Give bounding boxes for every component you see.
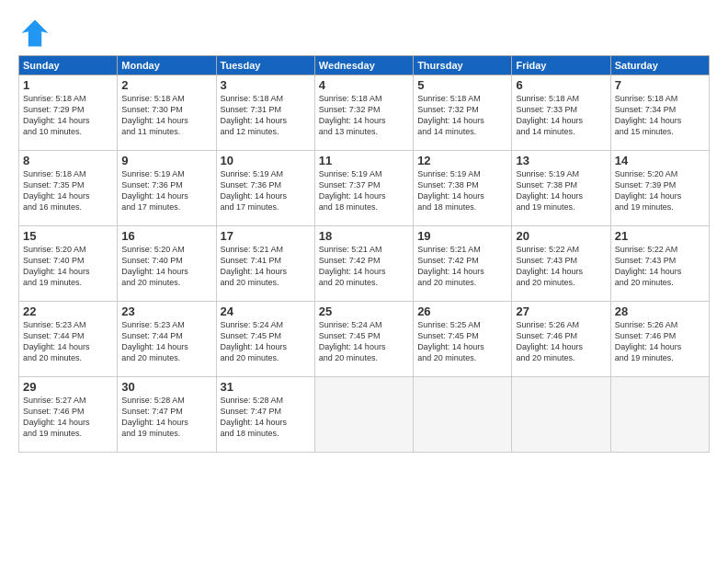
day-info: Sunrise: 5:23 AM Sunset: 7:44 PM Dayligh… (23, 319, 113, 364)
day-number: 29 (23, 380, 113, 394)
day-number: 16 (121, 229, 211, 243)
svg-marker-0 (22, 20, 49, 47)
day-number: 12 (417, 154, 507, 167)
day-cell: 9Sunrise: 5:19 AM Sunset: 7:36 PM Daylig… (118, 151, 216, 226)
day-cell (414, 377, 512, 453)
day-number: 5 (417, 78, 507, 92)
day-number: 18 (319, 229, 409, 243)
day-cell: 21Sunrise: 5:22 AM Sunset: 7:43 PM Dayli… (610, 226, 709, 302)
day-cell: 29Sunrise: 5:27 AM Sunset: 7:46 PM Dayli… (19, 377, 118, 453)
calendar-body: 1Sunrise: 5:18 AM Sunset: 7:29 PM Daylig… (19, 75, 710, 453)
day-number: 14 (615, 154, 705, 167)
day-number: 30 (121, 380, 211, 394)
day-cell: 19Sunrise: 5:21 AM Sunset: 7:42 PM Dayli… (414, 226, 512, 302)
day-cell: 12Sunrise: 5:19 AM Sunset: 7:38 PM Dayli… (414, 151, 512, 226)
day-number: 24 (221, 304, 311, 318)
day-info: Sunrise: 5:18 AM Sunset: 7:33 PM Dayligh… (516, 93, 606, 138)
day-cell: 3Sunrise: 5:18 AM Sunset: 7:31 PM Daylig… (216, 75, 314, 151)
day-cell: 27Sunrise: 5:26 AM Sunset: 7:46 PM Dayli… (512, 302, 610, 377)
day-cell: 16Sunrise: 5:20 AM Sunset: 7:40 PM Dayli… (118, 226, 216, 302)
header-cell-saturday: Saturday (610, 56, 709, 75)
day-info: Sunrise: 5:21 AM Sunset: 7:42 PM Dayligh… (319, 244, 409, 289)
week-row-5: 29Sunrise: 5:27 AM Sunset: 7:46 PM Dayli… (19, 377, 710, 453)
day-info: Sunrise: 5:23 AM Sunset: 7:44 PM Dayligh… (121, 319, 211, 364)
day-number: 23 (121, 304, 211, 318)
day-number: 21 (615, 229, 705, 243)
day-cell: 13Sunrise: 5:19 AM Sunset: 7:38 PM Dayli… (512, 151, 610, 226)
day-info: Sunrise: 5:18 AM Sunset: 7:35 PM Dayligh… (23, 168, 113, 213)
day-info: Sunrise: 5:25 AM Sunset: 7:45 PM Dayligh… (417, 319, 507, 364)
day-info: Sunrise: 5:24 AM Sunset: 7:45 PM Dayligh… (221, 319, 311, 364)
day-cell: 11Sunrise: 5:19 AM Sunset: 7:37 PM Dayli… (314, 151, 413, 226)
day-info: Sunrise: 5:19 AM Sunset: 7:38 PM Dayligh… (417, 168, 507, 213)
header-cell-thursday: Thursday (414, 56, 512, 75)
day-info: Sunrise: 5:19 AM Sunset: 7:36 PM Dayligh… (121, 168, 211, 213)
header-cell-sunday: Sunday (19, 56, 118, 75)
day-number: 9 (121, 154, 211, 167)
logo (18, 17, 55, 50)
page: SundayMondayTuesdayWednesdayThursdayFrid… (0, 0, 728, 563)
day-number: 20 (516, 229, 606, 243)
day-info: Sunrise: 5:20 AM Sunset: 7:40 PM Dayligh… (121, 244, 211, 289)
header-cell-friday: Friday (512, 56, 610, 75)
day-info: Sunrise: 5:19 AM Sunset: 7:38 PM Dayligh… (516, 168, 606, 213)
day-info: Sunrise: 5:19 AM Sunset: 7:36 PM Dayligh… (221, 168, 311, 213)
day-cell: 6Sunrise: 5:18 AM Sunset: 7:33 PM Daylig… (512, 75, 610, 151)
day-cell: 20Sunrise: 5:22 AM Sunset: 7:43 PM Dayli… (512, 226, 610, 302)
day-number: 15 (23, 229, 113, 243)
header-cell-monday: Monday (118, 56, 216, 75)
day-number: 2 (121, 78, 211, 92)
day-info: Sunrise: 5:28 AM Sunset: 7:47 PM Dayligh… (121, 395, 211, 440)
day-info: Sunrise: 5:20 AM Sunset: 7:40 PM Dayligh… (23, 244, 113, 289)
day-info: Sunrise: 5:28 AM Sunset: 7:47 PM Dayligh… (221, 395, 311, 440)
day-info: Sunrise: 5:22 AM Sunset: 7:43 PM Dayligh… (615, 244, 705, 289)
calendar-table: SundayMondayTuesdayWednesdayThursdayFrid… (18, 55, 710, 453)
day-info: Sunrise: 5:18 AM Sunset: 7:31 PM Dayligh… (221, 93, 311, 138)
day-info: Sunrise: 5:18 AM Sunset: 7:30 PM Dayligh… (121, 93, 211, 138)
day-cell: 8Sunrise: 5:18 AM Sunset: 7:35 PM Daylig… (19, 151, 118, 226)
header (18, 17, 710, 50)
day-cell (314, 377, 413, 453)
header-row: SundayMondayTuesdayWednesdayThursdayFrid… (19, 56, 710, 75)
day-number: 6 (516, 78, 606, 92)
header-cell-tuesday: Tuesday (216, 56, 314, 75)
day-cell: 25Sunrise: 5:24 AM Sunset: 7:45 PM Dayli… (314, 302, 413, 377)
day-cell: 22Sunrise: 5:23 AM Sunset: 7:44 PM Dayli… (19, 302, 118, 377)
day-number: 4 (319, 78, 409, 92)
day-info: Sunrise: 5:26 AM Sunset: 7:46 PM Dayligh… (615, 319, 705, 364)
day-number: 19 (417, 229, 507, 243)
week-row-2: 8Sunrise: 5:18 AM Sunset: 7:35 PM Daylig… (19, 151, 710, 226)
day-cell: 18Sunrise: 5:21 AM Sunset: 7:42 PM Dayli… (314, 226, 413, 302)
day-info: Sunrise: 5:26 AM Sunset: 7:46 PM Dayligh… (516, 319, 606, 364)
day-cell: 14Sunrise: 5:20 AM Sunset: 7:39 PM Dayli… (610, 151, 709, 226)
day-cell: 15Sunrise: 5:20 AM Sunset: 7:40 PM Dayli… (19, 226, 118, 302)
day-number: 22 (23, 304, 113, 318)
day-info: Sunrise: 5:21 AM Sunset: 7:41 PM Dayligh… (221, 244, 311, 289)
day-cell: 23Sunrise: 5:23 AM Sunset: 7:44 PM Dayli… (118, 302, 216, 377)
day-info: Sunrise: 5:27 AM Sunset: 7:46 PM Dayligh… (23, 395, 113, 440)
day-number: 28 (615, 304, 705, 318)
day-number: 8 (23, 154, 113, 167)
day-info: Sunrise: 5:18 AM Sunset: 7:34 PM Dayligh… (615, 93, 705, 138)
day-number: 1 (23, 78, 113, 92)
day-info: Sunrise: 5:20 AM Sunset: 7:39 PM Dayligh… (615, 168, 705, 213)
day-number: 26 (417, 304, 507, 318)
day-number: 25 (319, 304, 409, 318)
day-cell: 4Sunrise: 5:18 AM Sunset: 7:32 PM Daylig… (314, 75, 413, 151)
day-info: Sunrise: 5:21 AM Sunset: 7:42 PM Dayligh… (417, 244, 507, 289)
calendar-header: SundayMondayTuesdayWednesdayThursdayFrid… (19, 56, 710, 75)
day-number: 17 (221, 229, 311, 243)
day-number: 10 (221, 154, 311, 167)
day-info: Sunrise: 5:24 AM Sunset: 7:45 PM Dayligh… (319, 319, 409, 364)
day-cell (512, 377, 610, 453)
day-cell: 31Sunrise: 5:28 AM Sunset: 7:47 PM Dayli… (216, 377, 314, 453)
day-number: 11 (319, 154, 409, 167)
day-cell: 28Sunrise: 5:26 AM Sunset: 7:46 PM Dayli… (610, 302, 709, 377)
day-cell: 30Sunrise: 5:28 AM Sunset: 7:47 PM Dayli… (118, 377, 216, 453)
day-info: Sunrise: 5:22 AM Sunset: 7:43 PM Dayligh… (516, 244, 606, 289)
day-cell: 10Sunrise: 5:19 AM Sunset: 7:36 PM Dayli… (216, 151, 314, 226)
day-info: Sunrise: 5:18 AM Sunset: 7:32 PM Dayligh… (417, 93, 507, 138)
day-number: 13 (516, 154, 606, 167)
week-row-3: 15Sunrise: 5:20 AM Sunset: 7:40 PM Dayli… (19, 226, 710, 302)
day-cell: 24Sunrise: 5:24 AM Sunset: 7:45 PM Dayli… (216, 302, 314, 377)
